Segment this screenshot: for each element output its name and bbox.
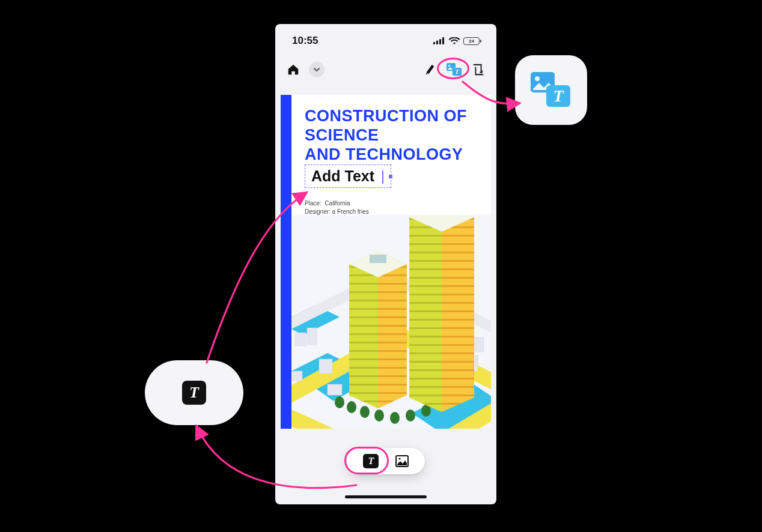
designer-label: Designer: xyxy=(305,208,331,215)
document-viewport[interactable]: CONSTRUCTION OF SCIENCE AND TECHNOLOGY P… xyxy=(275,84,496,429)
top-toolbar: T xyxy=(275,58,496,84)
svg-marker-40 xyxy=(442,217,474,412)
svg-point-6 xyxy=(448,65,450,67)
place-label: Place: xyxy=(305,200,322,207)
svg-point-47 xyxy=(398,458,400,459)
svg-rect-10 xyxy=(295,333,306,346)
svg-point-22 xyxy=(390,412,400,424)
callout-text-tool: T xyxy=(145,360,243,425)
svg-rect-3 xyxy=(442,37,444,44)
svg-point-4 xyxy=(453,42,455,44)
bottom-toolbar: T xyxy=(347,448,425,474)
status-time: 10:55 xyxy=(292,35,318,47)
image-tool-button[interactable] xyxy=(395,455,409,467)
svg-point-49 xyxy=(535,76,540,81)
svg-rect-1 xyxy=(436,41,438,45)
svg-point-18 xyxy=(335,396,344,408)
resize-handle[interactable] xyxy=(389,175,392,178)
svg-rect-12 xyxy=(319,359,332,373)
doc-title-line1: CONSTRUCTION OF SCIENCE xyxy=(305,107,467,144)
wifi-icon xyxy=(449,37,460,44)
home-button[interactable] xyxy=(285,61,302,78)
svg-rect-13 xyxy=(293,371,302,381)
crop-button[interactable] xyxy=(470,61,487,78)
text-tool-button[interactable]: T xyxy=(363,454,379,468)
home-indicator xyxy=(345,495,427,498)
cellular-icon xyxy=(433,37,445,44)
doc-meta: Place: California Designer: a French fri… xyxy=(305,199,369,216)
document-page: CONSTRUCTION OF SCIENCE AND TECHNOLOGY P… xyxy=(281,95,491,429)
place-value: California xyxy=(325,200,350,207)
svg-text:T: T xyxy=(553,86,564,105)
text-tool-icon: T xyxy=(182,381,206,405)
add-text-field[interactable]: Add Text xyxy=(305,165,391,188)
text-cursor xyxy=(382,171,383,184)
dropdown-button[interactable] xyxy=(309,62,325,77)
phone-mock: 10:55 24 xyxy=(275,24,496,504)
status-right: 24 xyxy=(433,37,480,45)
svg-rect-11 xyxy=(307,328,317,345)
city-illustration xyxy=(291,215,491,429)
svg-rect-2 xyxy=(439,39,441,44)
svg-rect-14 xyxy=(328,384,342,395)
insert-image-text-button[interactable]: T xyxy=(446,61,463,78)
svg-rect-0 xyxy=(433,42,435,44)
svg-rect-29 xyxy=(370,255,386,263)
status-bar: 10:55 24 xyxy=(275,24,496,58)
highlighter-button[interactable] xyxy=(422,61,439,78)
designer-value: a French fries xyxy=(332,208,369,215)
svg-point-21 xyxy=(374,410,384,422)
svg-marker-31 xyxy=(349,264,378,408)
svg-marker-30 xyxy=(378,264,407,408)
battery-level: 24 xyxy=(469,38,474,44)
svg-marker-41 xyxy=(409,217,442,412)
add-text-label: Add Text xyxy=(311,168,374,184)
callout-insert-image-text: T xyxy=(515,55,587,125)
accent-bar xyxy=(281,95,291,429)
battery-icon: 24 xyxy=(463,37,480,45)
